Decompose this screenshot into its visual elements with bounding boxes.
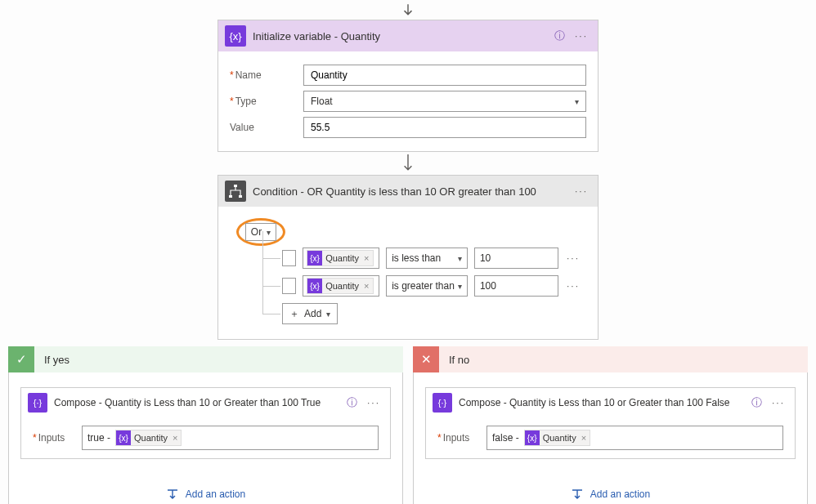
condition-icon bbox=[225, 181, 246, 202]
right-operand-input[interactable]: 10 bbox=[474, 248, 558, 269]
group-operator-highlight: Or ▾ bbox=[236, 218, 285, 246]
inputs-label: Inputs bbox=[437, 432, 486, 444]
card-menu-button[interactable]: ··· bbox=[572, 30, 591, 42]
row-checkbox[interactable] bbox=[282, 250, 296, 266]
compose-icon: {·} bbox=[433, 393, 452, 413]
add-action-label: Add an action bbox=[186, 488, 245, 500]
chevron-down-icon: ▾ bbox=[575, 97, 579, 106]
variable-icon: {x} bbox=[307, 279, 322, 293]
row-menu-button[interactable]: ··· bbox=[565, 280, 581, 292]
left-operand-input[interactable]: {x} Quantity × bbox=[303, 248, 379, 269]
inputs-prefix: true - bbox=[87, 432, 110, 444]
token-label: Quantity bbox=[543, 433, 576, 443]
init-header[interactable]: {x} Initialize variable - Quantity ⓘ ··· bbox=[218, 20, 598, 51]
variable-icon: {x} bbox=[116, 430, 131, 445]
condition-row: {x} Quantity × is less than ▾ 10 ··· bbox=[248, 248, 581, 269]
compose-title: Compose - Quantity is Less than 10 or Gr… bbox=[54, 397, 340, 408]
cond-header[interactable]: Condition - OR Quantity is less than 10 … bbox=[218, 176, 598, 207]
inputs-field[interactable]: true - {x} Quantity × bbox=[82, 426, 379, 450]
type-value: Float bbox=[311, 96, 333, 107]
dynamic-token: {x} Quantity × bbox=[524, 430, 590, 446]
check-icon: ✓ bbox=[8, 346, 34, 372]
dynamic-token: {x} Quantity × bbox=[307, 278, 373, 294]
compose-card: {·} Compose - Quantity is Less than 10 o… bbox=[20, 387, 391, 459]
compose-card: {·} Compose - Quantity is Less than 10 o… bbox=[425, 387, 796, 459]
close-icon: ✕ bbox=[413, 346, 439, 372]
row-menu-button[interactable]: ··· bbox=[565, 252, 581, 264]
add-condition-button[interactable]: ＋ Add ▾ bbox=[282, 303, 338, 324]
type-select[interactable]: Float ▾ bbox=[303, 91, 586, 112]
condition-card: Condition - OR Quantity is less than 10 … bbox=[217, 175, 599, 340]
init-title: Initialize variable - Quantity bbox=[253, 30, 548, 42]
if-no-header: ✕ If no bbox=[413, 346, 808, 372]
dynamic-token: {x} Quantity × bbox=[115, 430, 182, 446]
svg-rect-0 bbox=[234, 185, 237, 187]
add-action-icon bbox=[571, 488, 584, 500]
if-yes-label: If yes bbox=[34, 354, 69, 366]
add-label: Add bbox=[304, 308, 321, 319]
operator-select[interactable]: is less than ▾ bbox=[386, 248, 468, 269]
compose-header[interactable]: {·} Compose - Quantity is Less than 10 o… bbox=[21, 388, 390, 417]
help-icon[interactable]: ⓘ bbox=[751, 395, 762, 410]
chevron-down-icon: ▾ bbox=[458, 282, 462, 291]
operator-value: is greater than bbox=[392, 280, 455, 292]
compose-icon: {·} bbox=[28, 393, 47, 413]
if-yes-header: ✓ If yes bbox=[8, 346, 403, 372]
value-label: Value bbox=[230, 122, 303, 133]
card-menu-button[interactable]: ··· bbox=[364, 397, 383, 408]
token-remove-icon[interactable]: × bbox=[171, 433, 177, 443]
if-yes-branch: ✓ If yes {·} Compose - Quantity is Less … bbox=[8, 346, 403, 504]
add-action-button[interactable]: Add an action bbox=[425, 488, 796, 500]
plus-icon: ＋ bbox=[289, 307, 299, 321]
svg-rect-2 bbox=[239, 195, 242, 198]
token-label: Quantity bbox=[134, 433, 168, 443]
variable-icon: {x} bbox=[225, 25, 246, 47]
compose-title: Compose - Quantity is Less than 10 or Gr… bbox=[459, 397, 745, 408]
help-icon[interactable]: ⓘ bbox=[347, 395, 357, 410]
svg-rect-1 bbox=[229, 195, 232, 198]
inputs-label: Inputs bbox=[33, 432, 82, 444]
variable-icon: {x} bbox=[525, 430, 540, 445]
operator-value: is less than bbox=[392, 252, 441, 264]
operand-value: 10 bbox=[480, 252, 491, 264]
operand-value: 100 bbox=[480, 280, 496, 292]
dynamic-token: {x} Quantity × bbox=[307, 250, 373, 266]
flow-arrow-top bbox=[0, 0, 816, 20]
group-operator-value: Or bbox=[251, 226, 262, 238]
right-operand-input[interactable]: 100 bbox=[474, 275, 558, 297]
chevron-down-icon: ▾ bbox=[458, 254, 462, 263]
add-action-icon bbox=[166, 488, 179, 500]
compose-header[interactable]: {·} Compose - Quantity is Less than 10 o… bbox=[426, 388, 795, 417]
left-operand-input[interactable]: {x} Quantity × bbox=[303, 275, 379, 297]
variable-icon: {x} bbox=[307, 251, 322, 265]
token-remove-icon[interactable]: × bbox=[362, 281, 369, 291]
chevron-down-icon: ▾ bbox=[267, 228, 271, 237]
card-menu-button[interactable]: ··· bbox=[769, 397, 788, 408]
row-checkbox[interactable] bbox=[282, 278, 296, 294]
value-input[interactable] bbox=[303, 117, 586, 138]
help-icon[interactable]: ⓘ bbox=[554, 29, 565, 43]
name-input[interactable] bbox=[303, 65, 586, 86]
group-operator-select[interactable]: Or ▾ bbox=[245, 223, 276, 241]
initialize-variable-card: {x} Initialize variable - Quantity ⓘ ···… bbox=[217, 20, 599, 152]
if-no-branch: ✕ If no {·} Compose - Quantity is Less t… bbox=[413, 346, 808, 504]
token-remove-icon[interactable]: × bbox=[580, 433, 586, 443]
name-label: Name bbox=[230, 69, 303, 81]
condition-row: {x} Quantity × is greater than ▾ 100 ··· bbox=[248, 275, 581, 297]
add-row-container: ＋ Add ▾ bbox=[248, 303, 581, 324]
type-label: Type bbox=[230, 96, 303, 107]
token-label: Quantity bbox=[325, 253, 359, 263]
operator-select[interactable]: is greater than ▾ bbox=[386, 275, 468, 297]
token-remove-icon[interactable]: × bbox=[362, 253, 369, 263]
add-action-label: Add an action bbox=[590, 488, 650, 500]
inputs-field[interactable]: false - {x} Quantity × bbox=[486, 426, 783, 450]
card-menu-button[interactable]: ··· bbox=[572, 185, 591, 197]
add-action-button[interactable]: Add an action bbox=[20, 488, 391, 500]
inputs-prefix: false - bbox=[492, 432, 519, 444]
cond-title: Condition - OR Quantity is less than 10 … bbox=[253, 185, 565, 198]
flow-arrow-mid bbox=[0, 152, 816, 175]
if-no-label: If no bbox=[439, 354, 469, 366]
token-label: Quantity bbox=[325, 281, 359, 291]
chevron-down-icon: ▾ bbox=[326, 310, 330, 319]
